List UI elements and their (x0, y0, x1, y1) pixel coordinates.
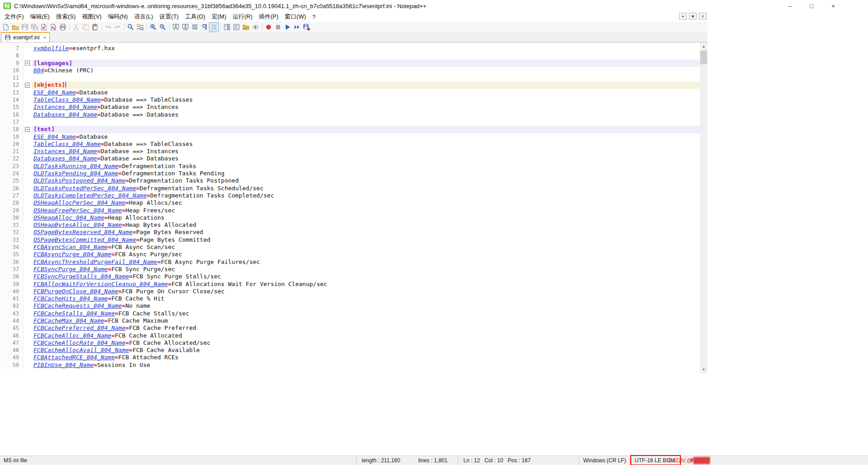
equals-sign: = (76, 89, 80, 96)
ini-key: OSHeapBytesAlloc_804_Name (33, 221, 122, 228)
line-number: 17 (0, 118, 24, 126)
zoom-in-icon[interactable] (149, 23, 158, 32)
line-number: 45 (0, 324, 24, 332)
undo-icon[interactable] (104, 23, 113, 32)
fold-collapse-toggle[interactable] (25, 127, 30, 132)
menu-file[interactable]: 文件(F) (1, 12, 27, 22)
close-file-icon[interactable] (39, 23, 48, 32)
copy-icon[interactable] (81, 23, 90, 32)
folder-workspace-icon[interactable] (241, 23, 250, 32)
new-tab-button[interactable]: + (679, 13, 687, 20)
status-insert-mode[interactable]: INS (690, 457, 699, 464)
close-button[interactable]: × (822, 0, 844, 12)
ini-value: FCB Cache Stalls/sec (118, 310, 189, 317)
line-number: 9 (0, 60, 24, 67)
fold-margin (24, 74, 32, 81)
menu-extras: +▼× (679, 13, 707, 20)
line-content: [text] (32, 126, 700, 133)
word-wrap-icon[interactable] (190, 23, 199, 32)
equals-sign: = (122, 302, 126, 309)
tab-esentprf-ini[interactable]: esentprf.ini × (1, 32, 50, 42)
tab-list-dropdown[interactable]: ▼ (689, 13, 697, 20)
cut-icon[interactable] (71, 23, 80, 32)
equals-sign: = (118, 163, 122, 169)
maximize-button[interactable]: □ (801, 0, 822, 12)
menu-language[interactable]: 语言(L) (131, 12, 156, 22)
new-file-icon[interactable] (1, 23, 10, 32)
scroll-up-arrow[interactable]: ▲ (700, 42, 708, 50)
menu-help[interactable]: ? (309, 13, 319, 21)
zoom-out-icon[interactable] (158, 23, 167, 32)
save-icon[interactable] (20, 23, 29, 32)
fold-margin (24, 111, 32, 118)
menu-view[interactable]: 视图(V) (79, 12, 104, 22)
menu-settings[interactable]: 设置(T) (156, 12, 182, 22)
editor-line: 46FCBCacheAlloc_804_Name=FCB Cache Alloc… (0, 332, 700, 339)
ini-key: Databases_804_Name (33, 111, 97, 118)
toolbar-separator (220, 23, 221, 30)
function-list-icon[interactable] (232, 23, 241, 32)
editor-line: 33OSPageBytesCommitted_804_Name=Page Byt… (0, 236, 700, 244)
record-macro-icon[interactable] (264, 23, 273, 32)
close-all-icon[interactable] (49, 23, 58, 32)
editor-line: 22Databases_804_Name=Database ==> Databa… (0, 155, 700, 162)
show-all-characters-icon[interactable] (200, 23, 209, 32)
save-all-icon[interactable] (30, 23, 39, 32)
ini-key: OSPageBytesCommitted_804_Name (33, 236, 136, 243)
status-eol-format[interactable]: Windows (CR LF) (583, 457, 626, 464)
ini-value: FCB Cache Available (132, 347, 200, 353)
line-number: 31 (0, 221, 24, 229)
minimize-button[interactable]: – (779, 0, 801, 12)
ini-value: Database ==> TableClasses (104, 141, 193, 147)
replace-icon[interactable] (136, 23, 145, 32)
ini-value: FCB Attached RCEs (118, 354, 179, 361)
redo-icon[interactable] (113, 23, 122, 32)
tab-close-icon[interactable]: × (43, 35, 46, 40)
editor[interactable]: 7symbolfile=esentprf.hxx89[languages]108… (0, 42, 708, 373)
save-macro-icon[interactable] (302, 23, 311, 32)
scroll-down-arrow[interactable]: ▼ (700, 366, 708, 373)
ini-value: FCB Cache Allocated (115, 332, 182, 339)
ini-key: PIBInUse_804_Name (33, 362, 94, 368)
paste-icon[interactable] (90, 23, 99, 32)
menu-macro[interactable]: 宏(M) (208, 12, 230, 22)
open-folder-icon[interactable] (11, 23, 20, 32)
doc-map-icon[interactable] (222, 23, 231, 32)
ini-key: FCBCacheMax_804_Name (33, 317, 104, 324)
fold-margin (24, 339, 32, 347)
fold-collapse-toggle[interactable] (25, 61, 30, 66)
line-content: OSHeapBytesAlloc_804_Name=Heap Bytes All… (32, 221, 700, 229)
fold-collapse-toggle[interactable] (25, 83, 30, 88)
menu-tools[interactable]: 工具(O) (182, 12, 208, 22)
menu-search[interactable]: 搜索(S) (53, 12, 79, 22)
find-icon[interactable] (126, 23, 135, 32)
fold-margin (24, 81, 32, 89)
line-number: 40 (0, 288, 24, 295)
menu-run[interactable]: 运行(R) (229, 12, 255, 22)
screen: { "window": { "title": "C:\\Windows\\Win… (0, 0, 868, 465)
line-content: FCBAsyncPurge_804_Name=FCB Async Purge/s… (32, 251, 700, 258)
scroll-thumb[interactable] (700, 51, 707, 64)
sync-vertical-icon[interactable] (171, 23, 180, 32)
vertical-scrollbar[interactable]: ▲ ▼ (700, 42, 708, 373)
line-number: 43 (0, 310, 24, 317)
play-macro-icon[interactable] (283, 23, 292, 32)
sync-horizontal-icon[interactable] (181, 23, 190, 32)
print-icon[interactable] (58, 23, 67, 32)
fold-margin (24, 273, 32, 280)
monitoring-icon[interactable] (251, 23, 260, 32)
menu-window[interactable]: 窗口(W) (282, 12, 309, 22)
menu-edit[interactable]: 编辑(E) (27, 12, 53, 22)
ini-value: Database (80, 133, 108, 140)
toolbar-separator (69, 23, 70, 30)
status-encoding[interactable]: UTF-16 LE BOM (635, 457, 675, 464)
indent-guide-icon[interactable] (209, 23, 218, 32)
ini-value: FCB Sync Purge/sec (111, 266, 175, 272)
menu-plugins[interactable]: 插件(P) (256, 12, 282, 22)
ini-key: FCBCacheAlloc_804_Name (33, 332, 111, 339)
menu-encoding[interactable]: 编码(N) (105, 12, 131, 22)
run-macro-multiple-icon[interactable] (292, 23, 302, 32)
extra-close-button[interactable]: × (699, 13, 707, 20)
stop-macro-icon[interactable] (274, 23, 283, 32)
fold-margin (24, 141, 32, 148)
